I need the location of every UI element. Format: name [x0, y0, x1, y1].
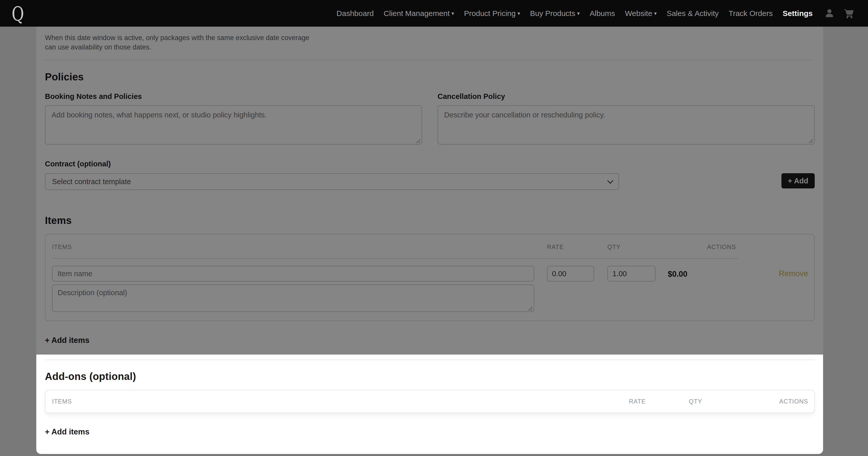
column-header-actions: ACTIONS: [754, 398, 808, 405]
addons-heading: Add-ons (optional): [45, 355, 815, 382]
addons-table-panel: ITEMS RATE QTY ACTIONS: [45, 390, 815, 413]
column-header-qty: QTY: [689, 398, 754, 405]
cart-icon[interactable]: [843, 8, 855, 19]
chevron-down-icon: ▾: [452, 10, 454, 17]
nav-icons: [824, 8, 855, 19]
nav-item-track-orders[interactable]: Track Orders: [728, 9, 773, 18]
chevron-down-icon: ▾: [518, 10, 520, 17]
addons-section: Add-ons (optional) ITEMS RATE QTY ACTION…: [36, 355, 823, 454]
nav-item-client-management[interactable]: Client Management▾: [384, 9, 454, 18]
nav-item-buy-products[interactable]: Buy Products▾: [530, 9, 580, 18]
chevron-down-icon: ▾: [654, 10, 657, 17]
brand-logo[interactable]: Q: [12, 4, 24, 24]
account-icon[interactable]: [824, 8, 835, 19]
nav-links: Dashboard Client Management▾ Product Pri…: [337, 9, 813, 18]
nav-item-sales-activity[interactable]: Sales & Activity: [667, 9, 719, 18]
nav-item-dashboard[interactable]: Dashboard: [337, 9, 374, 18]
nav-item-settings[interactable]: Settings: [783, 9, 813, 18]
nav-item-website[interactable]: Website▾: [625, 9, 657, 18]
chevron-down-icon: ▾: [577, 10, 580, 17]
column-header-rate: RATE: [629, 398, 689, 405]
add-addon-items-link[interactable]: + Add items: [45, 427, 89, 436]
nav-item-albums[interactable]: Albums: [590, 9, 615, 18]
nav-item-product-pricing[interactable]: Product Pricing▾: [464, 9, 520, 18]
column-header-items: ITEMS: [52, 398, 629, 405]
top-navbar: Q Dashboard Client Management▾ Product P…: [0, 0, 868, 27]
section-divider: [45, 360, 815, 360]
